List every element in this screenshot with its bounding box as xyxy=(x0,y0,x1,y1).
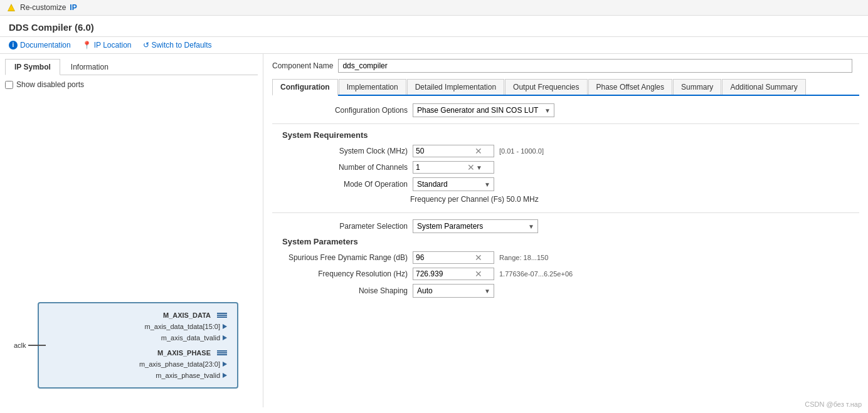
main-title: DDS Compiler (6.0) xyxy=(0,16,868,37)
watermark: CSDN @без т.нар xyxy=(805,400,862,407)
noise-shaping-select-wrapper: Auto ▼ xyxy=(413,284,494,298)
mode-operation-select-wrapper: Standard ▼ xyxy=(413,177,494,191)
freq-resolution-input-wrapper: ✕ xyxy=(413,268,494,280)
phase-tvalid-arrow-icon xyxy=(223,373,227,378)
noise-shaping-row: Noise Shaping Auto ▼ xyxy=(272,284,859,298)
tab-phase-offset-angles[interactable]: Phase Offset Angles xyxy=(588,79,673,95)
tvalid-arrow-icon xyxy=(223,335,227,340)
tab-summary[interactable]: Summary xyxy=(673,79,721,95)
sfdr-clear-icon[interactable]: ✕ xyxy=(475,253,482,262)
ip-location-link[interactable]: 📍 IP Location xyxy=(82,41,132,50)
tab-detailed-implementation[interactable]: Detailed Implementation xyxy=(407,79,504,95)
system-clock-label: System Clock (MHz) xyxy=(282,147,408,155)
content-area: IP Symbol Information Show disabled port… xyxy=(0,54,868,407)
sfdr-input[interactable] xyxy=(416,253,472,262)
sfdr-row: Spurious Free Dynamic Range (dB) ✕ Range… xyxy=(272,251,859,264)
documentation-link[interactable]: i Documentation xyxy=(9,41,71,50)
system-clock-hint: [0.01 - 1000.0] xyxy=(499,147,544,155)
param-selection-label: Parameter Selection xyxy=(282,222,408,231)
num-channels-clear-icon[interactable]: ✕ xyxy=(467,163,475,172)
component-name-input[interactable] xyxy=(338,59,852,73)
show-disabled-ports-checkbox[interactable] xyxy=(5,81,13,89)
sfdr-input-wrapper: ✕ xyxy=(413,251,494,264)
num-channels-label: Number of Channels xyxy=(282,163,408,172)
top-bar-ip: IP xyxy=(70,3,77,12)
left-tab-bar: IP Symbol Information xyxy=(5,59,258,75)
component-name-label: Component Name xyxy=(272,61,333,70)
tab-output-frequencies[interactable]: Output Frequencies xyxy=(505,79,587,95)
location-icon: 📍 xyxy=(82,41,92,50)
config-options-select-wrapper: Phase Generator and SIN COS LUT ▼ xyxy=(413,103,554,117)
m-axis-data-signal: M_AXIS_DATA xyxy=(49,310,227,321)
m-axis-data-tvalid-signal: m_axis_data_tvalid xyxy=(49,332,227,343)
num-channels-input[interactable] xyxy=(416,163,466,172)
top-bar-title: Re-customize xyxy=(20,3,66,12)
system-parameters-title: System Parameters xyxy=(282,237,859,246)
ip-box: M_AXIS_DATA m_axis_data_tdata[15:0] m_ax… xyxy=(38,302,238,389)
tab-configuration[interactable]: Configuration xyxy=(272,79,338,96)
mode-operation-label: Mode Of Operation xyxy=(282,180,408,189)
num-channels-input-wrapper: ✕ ▼ xyxy=(413,161,494,174)
system-clock-clear-icon[interactable]: ✕ xyxy=(475,147,482,155)
m-axis-data-tdata-signal: m_axis_data_tdata[15:0] xyxy=(49,321,227,332)
aclk-label: aclk xyxy=(14,342,26,349)
freq-per-channel: Frequency per Channel (Fs) 50.0 MHz xyxy=(272,195,859,204)
m-axis-phase-tvalid-signal: m_axis_phase_tvalid xyxy=(49,370,227,381)
ip-diagram: aclk M_AXIS_DATA m_axis_data_tda xyxy=(13,302,238,389)
freq-resolution-row: Frequency Resolution (Hz) ✕ 1.77636e-07.… xyxy=(272,268,859,280)
svg-marker-1 xyxy=(8,5,14,11)
system-clock-input-wrapper: ✕ xyxy=(413,145,494,157)
tab-information[interactable]: Information xyxy=(61,59,118,75)
freq-resolution-input[interactable] xyxy=(416,269,472,278)
system-clock-row: System Clock (MHz) ✕ [0.01 - 1000.0] xyxy=(272,145,859,157)
m-axis-phase-signal: M_AXIS_PHASE xyxy=(49,347,227,358)
top-bar: Re-customize IP xyxy=(0,0,868,16)
phase-tdata-arrow-icon xyxy=(223,362,227,367)
param-selection-select-wrapper: System Parameters ▼ xyxy=(413,219,538,233)
mode-operation-select[interactable]: Standard xyxy=(413,177,494,191)
noise-shaping-label: Noise Shaping xyxy=(282,286,408,295)
system-requirements-section: System Requirements System Clock (MHz) ✕… xyxy=(272,130,859,204)
freq-resolution-label: Frequency Resolution (Hz) xyxy=(282,269,408,278)
noise-shaping-select[interactable]: Auto xyxy=(413,284,494,298)
system-clock-input[interactable] xyxy=(416,147,472,155)
sfdr-label: Spurious Free Dynamic Range (dB) xyxy=(282,253,408,262)
tdata-arrow-icon xyxy=(223,324,227,329)
param-selection-row: Parameter Selection System Parameters ▼ xyxy=(272,219,859,233)
num-channels-dropdown-icon[interactable]: ▼ xyxy=(476,164,482,171)
toolbar: i Documentation 📍 IP Location ↺ Switch t… xyxy=(0,37,868,54)
tab-implementation[interactable]: Implementation xyxy=(339,79,406,95)
refresh-icon: ↺ xyxy=(143,41,149,50)
param-selection-select[interactable]: System Parameters xyxy=(413,219,538,233)
left-panel: IP Symbol Information Show disabled port… xyxy=(0,54,263,407)
component-name-row: Component Name xyxy=(272,59,859,73)
config-options-label: Configuration Options xyxy=(282,106,408,115)
info-icon: i xyxy=(9,41,18,50)
show-disabled-ports-row: Show disabled ports xyxy=(5,80,258,89)
tab-ip-symbol[interactable]: IP Symbol xyxy=(5,59,60,75)
tab-additional-summary[interactable]: Additional Summary xyxy=(722,79,805,95)
config-options-row: Configuration Options Phase Generator an… xyxy=(272,103,859,117)
show-disabled-ports-label: Show disabled ports xyxy=(16,80,84,89)
freq-resolution-clear-icon[interactable]: ✕ xyxy=(475,269,482,278)
system-requirements-title: System Requirements xyxy=(282,130,859,140)
freq-resolution-hint: 1.77636e-07...6.25e+06 xyxy=(499,270,573,278)
mode-operation-row: Mode Of Operation Standard ▼ xyxy=(272,177,859,191)
config-tabs: Configuration Implementation Detailed Im… xyxy=(272,79,859,96)
sfdr-hint: Range: 18...150 xyxy=(499,254,548,261)
system-parameters-section: System Parameters Spurious Free Dynamic … xyxy=(272,237,859,298)
m-axis-phase-tdata-signal: m_axis_phase_tdata[23:0] xyxy=(49,358,227,370)
right-panel: Component Name Configuration Implementat… xyxy=(263,54,868,407)
switch-defaults-link[interactable]: ↺ Switch to Defaults xyxy=(143,41,212,50)
num-channels-row: Number of Channels ✕ ▼ xyxy=(272,161,859,174)
config-options-select[interactable]: Phase Generator and SIN COS LUT xyxy=(413,103,554,117)
app-logo-icon xyxy=(6,3,16,13)
